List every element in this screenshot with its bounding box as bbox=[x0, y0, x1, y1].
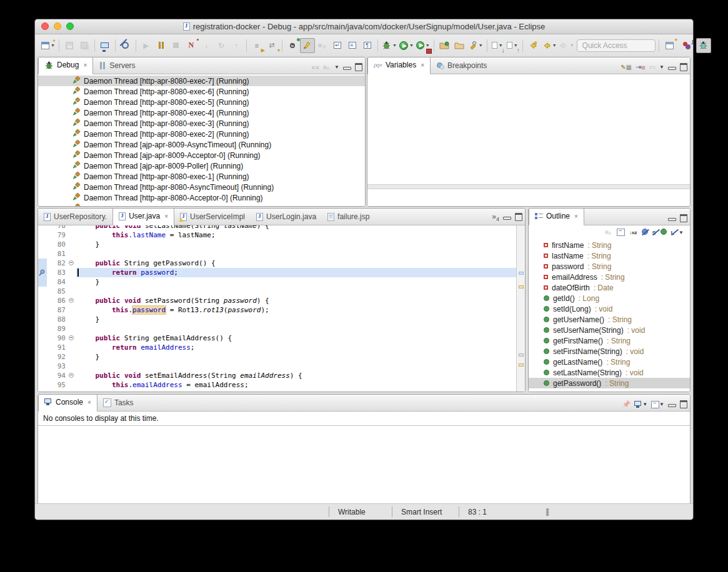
open-perspective-button[interactable]: ✦ bbox=[662, 38, 677, 53]
annotation-ruler-cell[interactable] bbox=[38, 371, 47, 380]
show-logical-structure-icon[interactable]: ✎▦ bbox=[621, 64, 632, 71]
hide-local-types-icon[interactable]: L bbox=[671, 229, 675, 236]
tab-servers[interactable]: Servers bbox=[93, 58, 141, 74]
fold-marker[interactable] bbox=[67, 371, 76, 380]
minimize-view-icon[interactable] bbox=[668, 218, 676, 221]
annotation-ruler-cell[interactable] bbox=[38, 343, 47, 352]
close-icon[interactable]: × bbox=[574, 213, 578, 220]
resume-button[interactable]: ▶ bbox=[139, 38, 154, 53]
outline-item-getfirstname-[interactable]: getFirstName() : String bbox=[529, 335, 690, 346]
maximize-view-icon[interactable] bbox=[680, 63, 687, 71]
fold-marker[interactable] bbox=[67, 296, 76, 305]
code-line-78[interactable]: 78 public void setLastName(String lastNa… bbox=[38, 225, 516, 230]
code-line-84[interactable]: 84 } bbox=[38, 277, 516, 287]
next-annotation-button[interactable]: ↓▼ bbox=[490, 38, 505, 53]
annotation-ruler-cell[interactable] bbox=[38, 249, 47, 259]
minimize-view-icon[interactable] bbox=[343, 67, 351, 70]
thread-row[interactable]: Daemon Thread [http-apr-8080-exec-1] (Ru… bbox=[38, 171, 365, 182]
show-selected-element-button[interactable]: ≡ bbox=[345, 38, 360, 53]
remove-selected-icon[interactable]: ▭ bbox=[649, 63, 656, 71]
editor-tab-userserviceimpl[interactable]: UserServiceImpl bbox=[174, 209, 251, 225]
outline-item-setfirstname-string-[interactable]: setFirstName(String) : void bbox=[529, 346, 690, 357]
code-line-80[interactable]: 80 } bbox=[38, 240, 516, 249]
editor-tab-user-java[interactable]: User.java× bbox=[112, 208, 174, 225]
view-menu-icon[interactable]: ▼ bbox=[334, 64, 339, 70]
code-text[interactable]: } bbox=[76, 240, 516, 249]
display-selected-console-icon[interactable]: ▼ bbox=[634, 401, 647, 408]
thread-row[interactable]: Daemon Thread [http-apr-8080-AsyncTimeou… bbox=[38, 182, 365, 192]
outline-item-dateofbirth[interactable]: dateOfBirth : Date bbox=[529, 282, 690, 293]
annotation-ruler-cell[interactable] bbox=[38, 230, 47, 240]
dropdown-arrow-icon[interactable]: ▼ bbox=[552, 43, 557, 47]
code-line-83[interactable]: 83 return password; bbox=[38, 268, 516, 277]
editor-tab-failure-jsp[interactable]: failure.jsp bbox=[322, 209, 375, 225]
close-icon[interactable]: × bbox=[421, 62, 424, 69]
zoom-window-button[interactable] bbox=[66, 22, 74, 30]
close-icon[interactable]: × bbox=[87, 399, 91, 406]
code-line-91[interactable]: 91 return emailAddress; bbox=[38, 343, 516, 352]
code-text[interactable]: this.password = Rot13.rot13(password); bbox=[76, 305, 516, 315]
maximize-view-icon[interactable] bbox=[355, 63, 362, 71]
thread-row[interactable] bbox=[38, 203, 365, 206]
annotation-ruler-cell[interactable] bbox=[38, 380, 47, 390]
code-editor[interactable]: 78 public void setLastName(String lastNa… bbox=[38, 225, 516, 392]
minimize-view-icon[interactable] bbox=[668, 404, 676, 407]
annotation-ruler-cell[interactable] bbox=[38, 259, 47, 268]
code-text[interactable]: } bbox=[76, 390, 516, 392]
code-text[interactable] bbox=[76, 362, 516, 371]
editor-tab-userlogin-java[interactable]: UserLogin.java bbox=[251, 209, 322, 225]
code-line-85[interactable]: 85 bbox=[38, 287, 516, 296]
annotation-ruler-cell[interactable] bbox=[38, 362, 47, 371]
close-window-button[interactable] bbox=[41, 22, 49, 30]
java-perspective-button[interactable]: J bbox=[679, 38, 694, 53]
open-resource-button[interactable] bbox=[452, 38, 467, 53]
code-text[interactable]: public void setLastName(String lastName)… bbox=[76, 225, 516, 230]
code-text[interactable]: return emailAddress; bbox=[76, 343, 516, 352]
annotation-ruler-cell[interactable] bbox=[38, 287, 47, 296]
dropdown-arrow-icon[interactable]: ▼ bbox=[392, 43, 397, 47]
thread-row[interactable]: Daemon Thread [ajp-apr-8009-Poller] (Run… bbox=[38, 160, 365, 171]
code-line-81[interactable]: 81 bbox=[38, 249, 516, 259]
thread-row[interactable]: Daemon Thread [http-apr-8080-exec-6] (Ru… bbox=[38, 86, 365, 97]
outline-item-emailaddress[interactable]: emailAddress : String bbox=[529, 272, 690, 282]
code-line-96[interactable]: 96 } bbox=[38, 390, 516, 392]
code-line-86[interactable]: 86 public void setPassword(String passwo… bbox=[38, 296, 516, 305]
new-wizard-button[interactable]: ✦▼ bbox=[40, 38, 56, 53]
maximize-view-icon[interactable] bbox=[680, 400, 687, 408]
code-text[interactable]: return password; bbox=[76, 268, 516, 277]
dropdown-arrow-icon[interactable]: ▼ bbox=[51, 43, 55, 47]
close-icon[interactable]: × bbox=[164, 213, 168, 220]
sort-icon[interactable]: ↓az bbox=[629, 230, 637, 235]
thread-row[interactable]: Daemon Thread [http-apr-8080-exec-3] (Ru… bbox=[38, 118, 365, 129]
outline-item-getpassword-[interactable]: getPassword() : String bbox=[529, 378, 690, 388]
tab-breakpoints[interactable]: Breakpoints bbox=[431, 58, 492, 74]
code-line-94[interactable]: 94 public void setEmailAddress(String em… bbox=[38, 371, 516, 380]
save-button[interactable] bbox=[62, 38, 77, 53]
outline-item-setid-long-[interactable]: setId(Long) : void bbox=[529, 303, 690, 314]
fold-marker[interactable] bbox=[67, 333, 76, 343]
code-line-82[interactable]: 82 public String getPassword() { bbox=[38, 259, 516, 268]
hide-fields-icon[interactable] bbox=[642, 229, 648, 236]
code-line-92[interactable]: 92 } bbox=[38, 352, 516, 362]
back-button[interactable]: ▼ bbox=[541, 38, 558, 53]
code-line-88[interactable]: 88 } bbox=[38, 315, 516, 324]
mark-occurrences-button[interactable] bbox=[300, 38, 315, 53]
tab-console[interactable]: Console × bbox=[38, 394, 97, 412]
outline-item-setusername-string-[interactable]: setUserName(String) : void bbox=[529, 325, 690, 335]
thread-row[interactable]: Daemon Thread [http-apr-8080-exec-4] (Ru… bbox=[38, 107, 365, 118]
inspect-button[interactable] bbox=[285, 38, 300, 53]
code-line-90[interactable]: 90 public String getEmailAddress() { bbox=[38, 333, 516, 343]
show-whitespace-button[interactable]: ¶ bbox=[360, 38, 375, 53]
thread-grouping-icon[interactable] bbox=[323, 64, 331, 71]
dropdown-arrow-icon[interactable]: ▼ bbox=[570, 43, 574, 47]
suspend-button[interactable] bbox=[154, 38, 169, 53]
variables-detail-splitter[interactable] bbox=[367, 184, 690, 189]
outline-item-lastname[interactable]: lastName : String bbox=[529, 250, 690, 261]
run-menu-button[interactable]: ▶▼ bbox=[398, 38, 415, 53]
annotation-ruler-cell[interactable] bbox=[38, 324, 47, 333]
annotation-ruler-cell[interactable] bbox=[38, 305, 47, 315]
last-edit-location-button[interactable] bbox=[526, 38, 541, 53]
code-line-95[interactable]: 95 this.emailAddress = emailAddress; bbox=[38, 380, 516, 390]
step-filters-config-button[interactable]: ⇄▾ bbox=[264, 38, 279, 53]
breakpoints-pair-button[interactable] bbox=[315, 38, 330, 53]
